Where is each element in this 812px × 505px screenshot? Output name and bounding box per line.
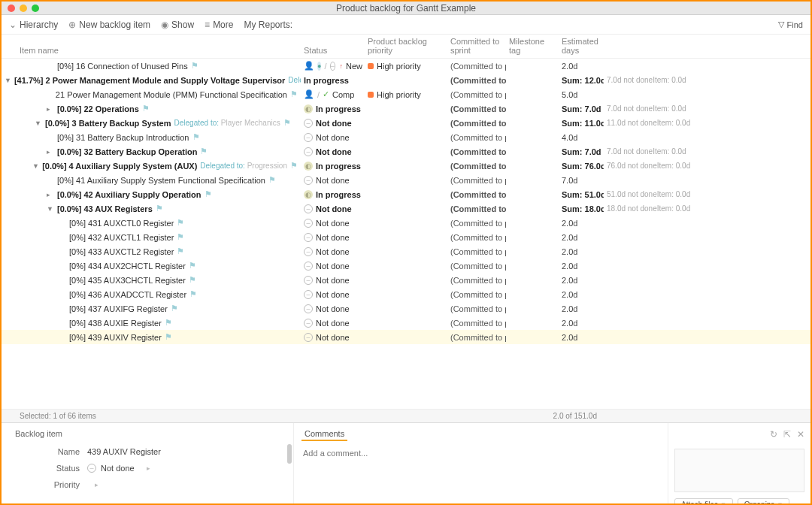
table-row[interactable]: [0%] 31 Battery Backup Introduction⚑–Not… — [2, 130, 810, 144]
table-row[interactable]: ▸[0.0%] 42 Auxiliary Supply Operation⚑◐I… — [2, 187, 810, 201]
priority-text: High priority — [377, 90, 421, 99]
status-notdone-icon: – — [304, 147, 313, 156]
item-name: [0.0%] 4 Auxiliary Supply System (AUX) — [42, 162, 197, 171]
table-row[interactable]: [0%] 41 Auxiliary Supply System Function… — [2, 173, 810, 187]
flag-icon: ⚑ — [192, 132, 200, 142]
flag-icon: ⚑ — [165, 332, 172, 342]
table-row[interactable]: ▼[41.7%] 2 Power Management Module and S… — [2, 73, 810, 87]
estimate-text: 2.0d — [562, 233, 577, 242]
status-notdone-icon: – — [87, 464, 96, 473]
col-priority[interactable]: Product backlog priority — [365, 35, 447, 58]
commit-text: (Committed to pl... — [447, 319, 506, 328]
close-icon[interactable]: ✕ — [797, 429, 804, 440]
table-row[interactable]: ▼[0.0%] 43 AUX Registers⚑–Not done(Commi… — [2, 201, 810, 216]
hierarchy-toggle[interactable]: ⌄Hierarchy — [9, 20, 58, 30]
priority-field[interactable]: ▸ — [87, 481, 280, 488]
form-title: Backlog item — [15, 429, 280, 438]
estimate-text: Sum: 7.0d — [562, 147, 601, 156]
disclosure-triangle[interactable]: ▸ — [47, 105, 54, 113]
tab-comments[interactable]: Comments — [301, 428, 347, 441]
status-text: Not done — [316, 133, 350, 142]
commit-text: (Committed to pl... — [447, 233, 506, 242]
status-text: Not done — [316, 290, 350, 299]
commit-text: (Committed to pl... — [447, 219, 506, 228]
more-button[interactable]: ≡More — [205, 20, 233, 30]
status-progress-icon: ◐ — [304, 104, 313, 113]
col-milestone[interactable]: Milestone tag — [506, 35, 559, 58]
table-row[interactable]: [0%] 433 AUXCTL2 Register⚑–Not done(Comm… — [2, 244, 810, 259]
organize-button[interactable]: Organize▼ — [738, 498, 790, 505]
disclosure-triangle[interactable]: ▸ — [47, 191, 54, 198]
flag-icon: ⚑ — [142, 104, 150, 113]
my-reports-label[interactable]: My Reports: — [244, 20, 292, 30]
name-field[interactable]: 439 AUXIV Register — [87, 447, 280, 456]
table-row[interactable]: [0%] 439 AUXIV Register⚑–Not done(Commit… — [2, 330, 810, 344]
table-row[interactable]: [0%] 438 AUXIE Register⚑–Not done(Commit… — [2, 316, 810, 330]
col-status[interactable]: Status — [301, 35, 365, 58]
extra-text: 51.0d not doneItem: 0.0d — [604, 190, 810, 198]
status-text: Not done — [316, 319, 350, 328]
table-row[interactable]: [0%] 437 AUXIFG Register⚑–Not done(Commi… — [2, 301, 810, 316]
status-notdone-icon: – — [304, 262, 313, 271]
caret-down-icon: ▼ — [777, 501, 783, 505]
table-row[interactable]: ▼[0.0%] 4 Auxiliary Supply System (AUX)D… — [2, 159, 810, 173]
table-row[interactable]: [0%] 432 AUXCTL1 Register⚑–Not done(Comm… — [2, 230, 810, 244]
table-row[interactable]: ▸[0.0%] 22 Operations⚑◐In progress(Commi… — [2, 101, 810, 116]
table-row[interactable]: 21 Power Management Module (PMM) Functio… — [2, 87, 810, 101]
refresh-icon[interactable]: ↻ — [770, 429, 777, 440]
estimate-text: 2.0d — [562, 333, 577, 342]
disclosure-triangle[interactable]: ▼ — [35, 119, 42, 127]
status-text: Not done — [316, 147, 352, 156]
flag-icon: ⚑ — [177, 246, 184, 256]
status-text: New — [346, 62, 362, 71]
commit-text: (Committed to pl... — [447, 147, 506, 156]
delegated-label: Delegated to: Progression — [200, 162, 287, 170]
item-name: 21 Power Management Module (PMM) Functio… — [56, 90, 287, 99]
table-row[interactable]: [0%] 431 AUXCTL0 Register⚑–Not done(Comm… — [2, 216, 810, 230]
flag-icon: ⚑ — [205, 189, 212, 199]
status-text: In progress — [316, 104, 361, 113]
status-notdone-icon: – — [304, 119, 313, 128]
col-item-name[interactable]: Item name — [2, 35, 301, 58]
table-row[interactable]: [0%] 435 AUX3CHCTL Register⚑–Not done(Co… — [2, 273, 810, 287]
disclosure-triangle[interactable]: ▼ — [47, 205, 54, 213]
delegated-label: Delegated to: Player Mechanics — [174, 119, 280, 127]
item-name: [0%] 433 AUXCTL2 Register — [69, 247, 174, 256]
disclosure-triangle[interactable]: ▼ — [32, 162, 39, 170]
titlebar: Product backlog for Gantt Example — [2, 2, 810, 15]
caret-icon: ▸ — [95, 481, 98, 488]
table-row[interactable]: [0%] 16 Connection of Unused Pins⚑👤● / –… — [2, 59, 810, 73]
estimate-text: 2.0d — [562, 319, 577, 328]
col-estimated[interactable]: Estimated days — [559, 35, 604, 58]
add-comment-input[interactable]: Add a comment... — [301, 446, 660, 461]
person-icon: 👤 — [304, 89, 314, 99]
status-text: Not done — [316, 219, 350, 228]
estimate-text: 2.0d — [562, 62, 577, 71]
commit-text: (Committed to pl... — [447, 162, 506, 171]
show-button[interactable]: ◉Show — [161, 20, 194, 30]
scroll-thumb[interactable] — [287, 444, 292, 464]
commit-text: (Committed to pl... — [447, 262, 506, 271]
disclosure-triangle[interactable]: ▸ — [47, 148, 54, 156]
table-row[interactable]: [0%] 436 AUXADCCTL Register⚑–Not done(Co… — [2, 287, 810, 301]
disclosure-triangle[interactable]: ▼ — [5, 77, 11, 84]
new-backlog-item-button[interactable]: ⊕New backlog item — [68, 20, 150, 30]
external-icon[interactable]: ⇱ — [783, 429, 791, 440]
flag-icon: ⚑ — [189, 261, 196, 271]
table-row[interactable]: ▸[0.0%] 32 Battery Backup Operation⚑–Not… — [2, 144, 810, 159]
status-field[interactable]: – Not done ▸ — [87, 464, 280, 473]
table-row[interactable]: [0%] 434 AUX2CHCTL Register⚑–Not done(Co… — [2, 259, 810, 273]
estimate-text: Sum: 7.0d — [562, 104, 601, 113]
col-commit[interactable]: Committed to sprint — [447, 35, 506, 58]
item-name: [0.0%] 3 Battery Backup System — [45, 119, 171, 128]
plus-circle-icon: ⊕ — [68, 20, 76, 30]
item-name: [0%] 435 AUX3CHCTL Register — [69, 276, 186, 285]
extra-text: 7.0d not doneItem: 0.0d — [604, 104, 810, 113]
find-button[interactable]: ▽Find — [778, 20, 803, 29]
commit-text: (Committed to pl... — [447, 76, 506, 85]
caret-icon: ▸ — [147, 464, 150, 472]
table-row[interactable]: ▼[0.0%] 3 Battery Backup SystemDelegated… — [2, 116, 810, 130]
commit-text: (Committed to pl... — [447, 176, 506, 185]
attach-files-button[interactable]: Attach files▼ — [674, 498, 733, 505]
comments-panel: Comments Add a comment... — [293, 423, 668, 505]
